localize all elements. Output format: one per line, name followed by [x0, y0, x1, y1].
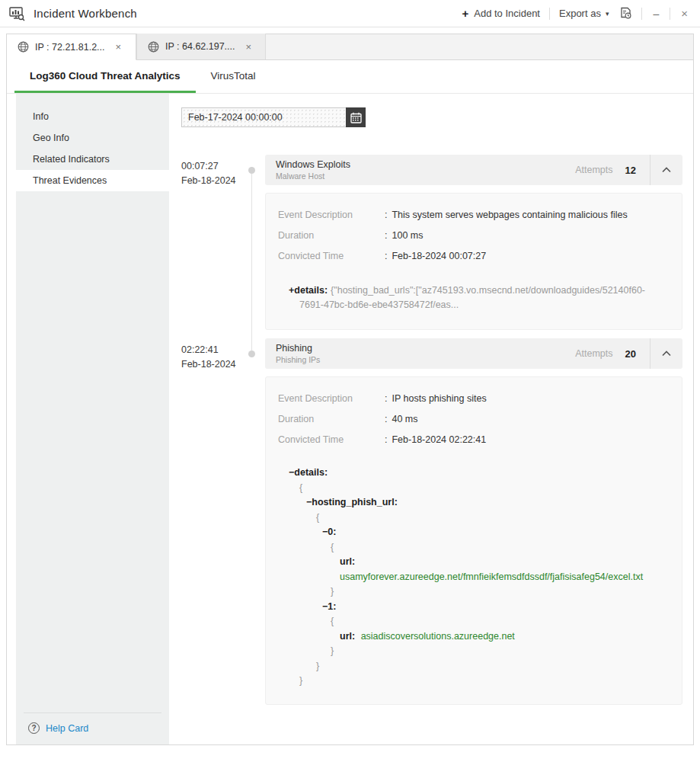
attempts-count: 20	[625, 348, 636, 360]
details-expanded-row[interactable]: −details:	[289, 466, 668, 481]
threat-evidences-content: 00:07:27 Feb-18-2024 Windows Exploits Ma…	[169, 94, 693, 744]
sidebar-item-info[interactable]: Info	[16, 106, 169, 127]
workbench-panel: IP : 72.21.81.2... × IP : 64.62.197.... …	[6, 34, 694, 745]
incident-workbench-icon	[9, 6, 26, 21]
page-title: Incident Workbench	[34, 7, 137, 20]
field-value: :This system serves webpages containing …	[385, 205, 628, 226]
help-icon: ?	[28, 722, 40, 734]
tab-ip-64-62-197[interactable]: IP : 64.62.197.... ×	[136, 34, 266, 59]
event-title: Phishing	[276, 343, 575, 354]
sidebar-item-geo-info[interactable]: Geo Info	[16, 127, 169, 149]
sidebar: Info Geo Info Related Indicators Threat …	[16, 94, 169, 744]
attempts-label: Attempts	[575, 165, 612, 175]
sidebar-item-related-indicators[interactable]: Related Indicators	[16, 149, 169, 170]
collapse-event-button[interactable]	[650, 338, 682, 369]
threat-event-row: 02:22:41 Feb-18-2024 Phishing Phishing I…	[181, 338, 682, 713]
tab-label: IP : 72.21.81.2...	[35, 42, 105, 53]
field-value: :IP hosts phishing sites	[385, 389, 487, 409]
tree-key-row[interactable]: −0:	[289, 525, 668, 540]
timeline-connector	[238, 338, 265, 713]
chevron-up-icon	[662, 351, 671, 357]
field-value: :100 ms	[385, 226, 423, 246]
scheduled-report-icon[interactable]	[619, 7, 632, 20]
phish-url-value: asiadiscoversolutions.azureedge.net	[361, 631, 515, 642]
details-expanded-tree: −details: { −hosting_phish_url: { −0: { …	[289, 466, 668, 689]
details-collapsed-row[interactable]: +details:{"hosting_bad_urls":["az745193.…	[289, 283, 668, 312]
event-details-card: Event Description:IP hosts phishing site…	[265, 376, 682, 705]
details-label: details:	[294, 285, 328, 296]
tab-close-icon[interactable]: ×	[116, 41, 122, 53]
globe-icon	[148, 41, 159, 53]
tab-label: IP : 64.62.197....	[165, 41, 235, 52]
analytics-subtabs: Log360 Cloud Threat Analytics VirusTotal	[7, 60, 693, 94]
event-card-header: Phishing Phishing IPs Attempts 20	[265, 338, 682, 369]
event-subtitle: Malware Host	[276, 171, 575, 181]
tree-key-row[interactable]: −hosting_phish_url:	[289, 495, 668, 511]
event-timestamp: 02:22:41 Feb-18-2024	[181, 338, 238, 713]
subtab-virustotal[interactable]: VirusTotal	[196, 60, 271, 93]
help-card-link[interactable]: ? Help Card	[16, 713, 169, 744]
field-label: Convicted Time	[278, 430, 385, 450]
collapse-event-button[interactable]	[650, 155, 682, 185]
url-key: url:	[340, 556, 355, 567]
event-subtitle: Phishing IPs	[276, 355, 575, 364]
topbar: Incident Workbench + Add to Incident Exp…	[0, 0, 700, 27]
chevron-down-icon: ▾	[606, 10, 609, 18]
details-json-preview: {"hosting_bad_urls":["az745193.vo.msecnd…	[299, 285, 645, 310]
field-label: Duration	[278, 226, 385, 246]
url-key: url:	[340, 631, 355, 642]
chevron-up-icon	[662, 167, 671, 173]
phish-url-value: usamyforever.azureedge.net/fmnfieikfemsd…	[340, 571, 643, 582]
tab-close-icon[interactable]: ×	[246, 41, 252, 53]
event-title: Windows Exploits	[276, 159, 575, 170]
field-value: :Feb-18-2024 02:22:41	[385, 430, 486, 450]
globe-icon	[18, 41, 29, 53]
subtab-log360-cloud-threat-analytics[interactable]: Log360 Cloud Threat Analytics	[14, 60, 196, 93]
field-label: Event Description	[278, 389, 385, 409]
field-value: :Feb-18-2024 00:07:27	[385, 246, 486, 267]
event-timestamp: 00:07:27 Feb-18-2024	[181, 155, 238, 338]
plus-icon: +	[462, 7, 468, 20]
event-details-card: Event Description:This system serves web…	[265, 193, 682, 330]
timeline-connector	[238, 155, 265, 338]
date-filter-input[interactable]	[181, 107, 346, 127]
field-label: Duration	[278, 409, 385, 430]
field-label: Event Description	[278, 205, 385, 226]
export-as-dropdown[interactable]: Export as ▾	[559, 8, 609, 19]
add-to-incident-button[interactable]: + Add to Incident	[462, 7, 540, 20]
tab-ip-72-21-81-2[interactable]: IP : 72.21.81.2... ×	[7, 34, 136, 60]
attempts-count: 12	[625, 165, 636, 176]
sidebar-item-threat-evidences[interactable]: Threat Evidences	[16, 170, 169, 191]
ip-tabstrip: IP : 72.21.81.2... × IP : 64.62.197.... …	[7, 34, 693, 60]
threat-event-row: 00:07:27 Feb-18-2024 Windows Exploits Ma…	[181, 155, 682, 338]
tree-key-row[interactable]: −1:	[289, 600, 668, 615]
event-card-header: Windows Exploits Malware Host Attempts 1…	[265, 155, 682, 185]
minimize-button[interactable]: –	[651, 8, 660, 20]
close-button[interactable]: ×	[679, 7, 689, 20]
attempts-label: Attempts	[575, 348, 612, 359]
field-value: :40 ms	[385, 409, 418, 430]
calendar-button[interactable]	[346, 107, 366, 127]
field-label: Convicted Time	[278, 246, 385, 267]
